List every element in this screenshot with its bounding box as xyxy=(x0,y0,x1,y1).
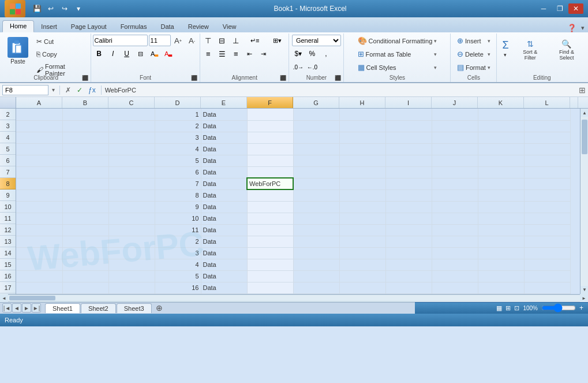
cell-H15[interactable] xyxy=(339,259,385,270)
normal-view-button[interactable]: ▦ xyxy=(496,304,502,312)
cell-A16[interactable] xyxy=(16,270,62,282)
align-middle-button[interactable]: ⊟ xyxy=(216,35,229,46)
cell-K4[interactable] xyxy=(478,132,524,143)
align-right-button[interactable]: ≡ xyxy=(230,48,242,60)
cell-D10[interactable]: 9 xyxy=(155,201,201,213)
cell-D8[interactable]: 7 xyxy=(155,178,201,189)
page-layout-view-button[interactable]: ⊞ xyxy=(505,304,511,312)
cell-K17[interactable] xyxy=(478,282,524,293)
col-header-C[interactable]: C xyxy=(108,97,155,108)
cell-J7[interactable] xyxy=(432,166,478,178)
col-header-L[interactable]: L xyxy=(524,97,570,108)
cell-E9[interactable]: Data xyxy=(201,189,247,201)
cell-L15[interactable] xyxy=(524,259,570,270)
row-header-3[interactable]: 3 xyxy=(0,120,16,132)
autosum-button[interactable]: Σ ▾ xyxy=(499,37,511,60)
cell-C13[interactable] xyxy=(108,236,155,247)
cell-I5[interactable] xyxy=(385,143,432,155)
undo-button[interactable]: ↩ xyxy=(45,3,57,14)
percent-button[interactable]: % xyxy=(306,48,319,60)
copy-button[interactable]: ⎘ Copy xyxy=(33,49,88,60)
cell-D4[interactable]: 3 xyxy=(155,132,201,143)
cell-B6[interactable] xyxy=(62,155,108,166)
cell-H5[interactable] xyxy=(339,143,385,155)
cell-C10[interactable] xyxy=(108,201,155,213)
col-header-G[interactable]: G xyxy=(293,97,339,108)
decrease-decimal-button[interactable]: .0→ xyxy=(292,61,305,73)
cell-E6[interactable]: Data xyxy=(201,155,247,166)
col-header-E[interactable]: E xyxy=(201,97,247,108)
cell-E12[interactable]: Data xyxy=(201,224,247,236)
cell-F14[interactable] xyxy=(247,247,293,259)
cell-H7[interactable] xyxy=(339,166,385,178)
cell-J14[interactable] xyxy=(432,247,478,259)
cell-J10[interactable] xyxy=(432,201,478,213)
cell-J11[interactable] xyxy=(432,213,478,224)
cell-I13[interactable] xyxy=(385,236,432,247)
cell-I6[interactable] xyxy=(385,155,432,166)
cell-K14[interactable] xyxy=(478,247,524,259)
tab-data[interactable]: Data xyxy=(153,21,181,32)
cell-I10[interactable] xyxy=(385,201,432,213)
cell-D13[interactable]: 2 xyxy=(155,236,201,247)
cell-E16[interactable]: Data xyxy=(201,270,247,282)
cell-A6[interactable] xyxy=(16,155,62,166)
font-size-input[interactable] xyxy=(149,35,171,46)
cell-H2[interactable] xyxy=(339,109,385,120)
cell-F4[interactable] xyxy=(247,132,293,143)
cell-B8[interactable] xyxy=(62,178,108,189)
cell-F8[interactable]: WebForPC xyxy=(247,178,293,189)
increase-decimal-button[interactable]: ←.0 xyxy=(306,61,319,73)
cell-K16[interactable] xyxy=(478,270,524,282)
cell-F10[interactable] xyxy=(247,201,293,213)
merge-center-button[interactable]: ⊞▾ xyxy=(268,35,287,46)
cell-A9[interactable] xyxy=(16,189,62,201)
cell-I17[interactable] xyxy=(385,282,432,293)
cell-K9[interactable] xyxy=(478,189,524,201)
font-name-input[interactable] xyxy=(93,35,148,46)
cell-C9[interactable] xyxy=(108,189,155,201)
conditional-formatting-button[interactable]: 🎨 Conditional Formatting ▾ xyxy=(354,35,441,47)
cell-F17[interactable] xyxy=(247,282,293,293)
cell-B15[interactable] xyxy=(62,259,108,270)
delete-button[interactable]: ⊖ Delete ▾ xyxy=(453,48,495,60)
sheet-tab-2[interactable]: Sheet2 xyxy=(81,303,116,313)
cell-E15[interactable]: Data xyxy=(201,259,247,270)
cell-L14[interactable] xyxy=(524,247,570,259)
cell-G15[interactable] xyxy=(293,259,339,270)
cell-L2[interactable] xyxy=(524,109,570,120)
cell-B11[interactable] xyxy=(62,213,108,224)
cell-B7[interactable] xyxy=(62,166,108,178)
scroll-down-button[interactable]: ▼ xyxy=(580,286,588,294)
cell-L3[interactable] xyxy=(524,120,570,132)
cell-A15[interactable] xyxy=(16,259,62,270)
col-header-H[interactable]: H xyxy=(339,97,385,108)
tab-view[interactable]: View xyxy=(216,21,244,32)
comma-button[interactable]: , xyxy=(320,48,332,60)
cell-J16[interactable] xyxy=(432,270,478,282)
cell-L10[interactable] xyxy=(524,201,570,213)
cell-K11[interactable] xyxy=(478,213,524,224)
cell-F6[interactable] xyxy=(247,155,293,166)
cell-A10[interactable] xyxy=(16,201,62,213)
cell-A7[interactable] xyxy=(16,166,62,178)
cell-E17[interactable]: Data xyxy=(201,282,247,293)
cell-I9[interactable] xyxy=(385,189,432,201)
col-header-A[interactable]: A xyxy=(16,97,62,108)
cell-F16[interactable] xyxy=(247,270,293,282)
cell-E14[interactable]: Data xyxy=(201,247,247,259)
cell-J6[interactable] xyxy=(432,155,478,166)
corner-cell[interactable] xyxy=(0,97,16,108)
cell-B4[interactable] xyxy=(62,132,108,143)
col-header-D[interactable]: D xyxy=(155,97,201,108)
cell-A17[interactable] xyxy=(16,282,62,293)
cell-F5[interactable] xyxy=(247,143,293,155)
sort-filter-button[interactable]: ⇅ Sort & Filter xyxy=(514,37,546,63)
cell-G5[interactable] xyxy=(293,143,339,155)
currency-button[interactable]: $▾ xyxy=(292,48,305,60)
close-button[interactable]: ✕ xyxy=(568,3,583,14)
cell-E10[interactable]: Data xyxy=(201,201,247,213)
restore-button[interactable]: ❐ xyxy=(552,3,567,14)
tab-home[interactable]: Home xyxy=(2,20,34,32)
horizontal-scrollbar[interactable]: ◄ ► xyxy=(0,294,588,302)
